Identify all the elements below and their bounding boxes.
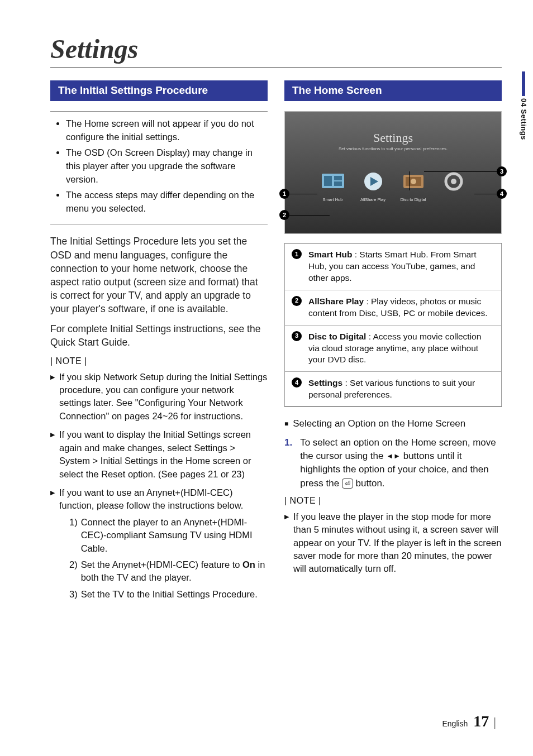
legend-desc: Settings : Set various functions to suit…	[308, 377, 494, 401]
left-column: The Initial Settings Procedure The Home …	[50, 80, 268, 610]
legend-bold: Smart Hub	[308, 250, 352, 259]
home-tile-smart-hub: Smart Hub	[319, 170, 347, 202]
legend-badge: 3	[292, 331, 302, 341]
legend-badge: 1	[292, 249, 302, 259]
subheading: ■ Selecting an Option on the Home Screen	[284, 418, 502, 429]
body-paragraph: For complete Initial Settings instructio…	[50, 322, 268, 349]
legend-row: 1 Smart Hub : Starts Smart Hub. From Sma…	[285, 243, 501, 290]
svg-point-10	[451, 179, 456, 184]
legend-bold: AllShare Play	[308, 296, 364, 306]
callout-badge-3: 3	[497, 166, 507, 176]
legend-desc: Disc to Digital : Access you movie colle…	[308, 331, 494, 366]
right-arrow-icon: ►	[393, 451, 401, 461]
home-tile-settings	[440, 170, 468, 202]
svg-rect-1	[324, 176, 332, 186]
subheading-text: Selecting an Option on the Home Screen	[293, 418, 465, 429]
allshare-icon	[361, 170, 386, 193]
figure-title: Settings	[285, 112, 501, 145]
svg-rect-2	[334, 176, 342, 180]
legend-bold: Settings	[308, 378, 342, 387]
note-list: ▶ If you skip Network Setup during the I…	[50, 371, 268, 605]
figure-subtitle: Set various functions to suit your perso…	[285, 146, 501, 151]
note-label: | NOTE |	[284, 496, 502, 506]
arrow-icon: ▶	[50, 428, 55, 481]
arrow-icon: ▶	[284, 510, 289, 576]
legend-desc: Smart Hub : Starts Smart Hub. From Smart…	[308, 249, 494, 284]
footer-bar: |	[493, 715, 496, 729]
callout-badge-4: 4	[497, 189, 507, 199]
gear-icon	[441, 170, 466, 193]
tile-caption: Smart Hub	[319, 197, 347, 202]
legend-desc: AllShare Play : Play videos, photos or m…	[308, 296, 494, 319]
substep-text: Set the TV to the Initial Settings Proce…	[81, 588, 258, 601]
arrow-icon: ▶	[50, 486, 55, 604]
callout-line	[289, 215, 330, 216]
left-arrow-icon: ◄	[386, 451, 393, 461]
page-number: 17	[473, 712, 489, 730]
note-label: | NOTE |	[50, 356, 268, 366]
callout-line	[424, 171, 497, 172]
legend-badge: 2	[292, 296, 302, 306]
substep-pre: Set the Anynet+(HDMI-CEC) feature to	[81, 559, 242, 570]
smart-hub-icon	[321, 170, 345, 193]
callout-line	[474, 194, 497, 194]
intro-bullet: The OSD (On Screen Display) may change i…	[66, 146, 264, 186]
page-title: Settings	[50, 34, 502, 64]
step-number: 1.	[284, 436, 292, 490]
intro-bullet: The Home screen will not appear if you d…	[66, 117, 264, 144]
square-bullet-icon: ■	[284, 418, 288, 428]
legend-table: 1 Smart Hub : Starts Smart Hub. From Sma…	[284, 243, 502, 407]
side-tab-mark	[522, 71, 525, 96]
note-list-right: ▶ If you leave the player in the stop mo…	[284, 510, 502, 576]
svg-rect-3	[334, 181, 342, 186]
body-paragraph: The Initial Settings Procedure lets you …	[50, 235, 268, 315]
substep-number: 1)	[69, 516, 78, 555]
page-footer: English 17 |	[442, 712, 496, 730]
numbered-list: 1. To select an option on the Home scree…	[284, 436, 502, 490]
note-item: If you want to use an Anynet+(HDMI-CEC) …	[59, 487, 243, 510]
substep-number: 3)	[69, 588, 78, 601]
note-item: If you skip Network Setup during the Ini…	[59, 371, 268, 423]
legend-row: 4 Settings : Set various functions to su…	[285, 372, 501, 406]
legend-row: 2 AllShare Play : Play videos, photos or…	[285, 290, 501, 326]
substep-text: Connect the player to an Anynet+(HDMI-CE…	[81, 516, 268, 555]
callout-badge-2: 2	[279, 210, 289, 220]
tile-caption: AllShare Play	[359, 197, 387, 202]
home-tile-disc-to-digital: Disc to Digital	[399, 170, 427, 202]
step-text: To select an option on the Home screen, …	[300, 436, 502, 490]
legend-bold: Disc to Digital	[308, 332, 366, 341]
intro-note-box: The Home screen will not appear if you d…	[50, 111, 268, 224]
note-item: If you leave the player in the stop mode…	[293, 510, 502, 576]
substep-text: Set the Anynet+(HDMI-CEC) feature to On …	[81, 558, 268, 585]
section-header-home: The Home Screen	[284, 80, 502, 101]
legend-row: 3 Disc to Digital : Access you movie col…	[285, 326, 501, 372]
home-tile-allshare: AllShare Play	[359, 170, 387, 202]
step-post: button.	[353, 478, 385, 489]
svg-point-8	[411, 179, 416, 184]
home-screen-figure: Settings Set various functions to suit y…	[284, 111, 502, 234]
right-column: The Home Screen Settings Set various fun…	[284, 80, 502, 610]
callout-badge-1: 1	[279, 189, 289, 199]
section-header-initial: The Initial Settings Procedure	[50, 80, 268, 101]
tile-caption: Disc to Digital	[399, 197, 427, 202]
note-item: If you want to display the Initial Setti…	[59, 428, 268, 481]
legend-badge: 4	[292, 377, 302, 387]
callout-line	[289, 194, 317, 194]
substep-number: 2)	[69, 558, 78, 585]
substep-bold: On	[242, 559, 255, 570]
intro-bullet: The access steps may differ depending on…	[66, 189, 264, 216]
side-tab: 04 Settings	[514, 71, 533, 140]
footer-language: English	[442, 719, 468, 728]
callout-line	[409, 171, 410, 190]
enter-button-icon: ⏎	[342, 479, 353, 489]
title-rule	[50, 68, 502, 68]
disc-to-digital-icon	[401, 170, 426, 193]
side-tab-text: 04 Settings	[520, 98, 528, 140]
arrow-icon: ▶	[50, 371, 55, 423]
